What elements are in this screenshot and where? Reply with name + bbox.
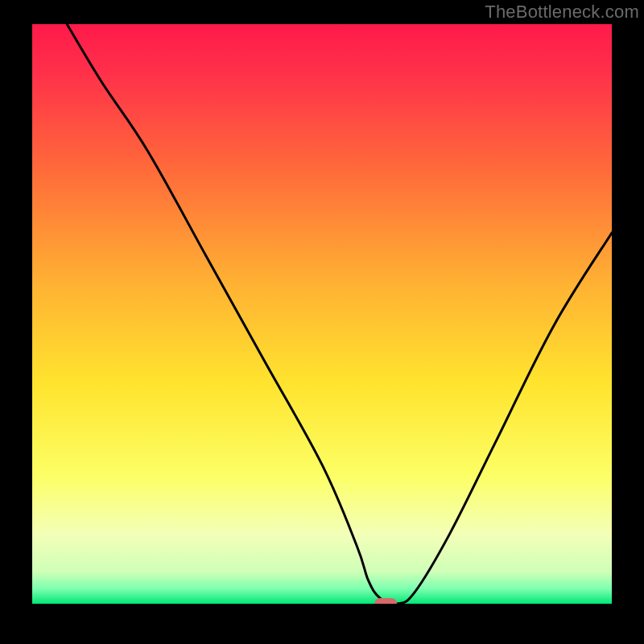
optimal-marker	[374, 598, 397, 604]
watermark-text: TheBottleneck.com	[485, 2, 639, 23]
chart-frame: TheBottleneck.com	[0, 0, 644, 644]
chart-svg	[32, 24, 612, 604]
plot-area	[32, 24, 612, 604]
gradient-rect	[32, 24, 612, 604]
